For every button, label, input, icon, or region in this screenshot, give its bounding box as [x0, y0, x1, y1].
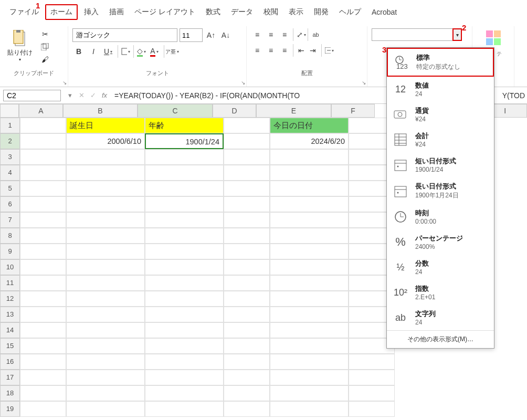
cell-r9-c0[interactable]: [20, 244, 66, 259]
col-header-e[interactable]: E: [256, 104, 331, 118]
clipboard-dialog-launcher[interactable]: ↘: [62, 80, 67, 86]
cell-r6-c4[interactable]: [270, 196, 349, 212]
cell-a1[interactable]: [20, 118, 66, 133]
cell-r12-c2[interactable]: [145, 291, 224, 307]
fx-icon[interactable]: fx: [99, 91, 110, 99]
cell-r6-c0[interactable]: [20, 196, 66, 212]
format-scientific[interactable]: 10² 指数2.E+01: [387, 280, 494, 305]
decrease-indent-icon[interactable]: ⇤: [293, 44, 305, 57]
format-text[interactable]: ab 文字列24: [387, 305, 494, 330]
font-dialog-launcher[interactable]: ↘: [241, 80, 245, 86]
cell-r10-c4[interactable]: [270, 259, 349, 275]
menu-data[interactable]: データ: [227, 5, 257, 19]
cell-r11-c0[interactable]: [20, 275, 66, 291]
copy-icon[interactable]: [40, 42, 50, 51]
row-header-4[interactable]: 4: [0, 165, 20, 181]
cell-r17-c1[interactable]: [66, 370, 145, 385]
cell-r14-c3[interactable]: [224, 322, 270, 338]
cell-r9-c4[interactable]: [270, 244, 349, 259]
cell-r7-c2[interactable]: [145, 212, 224, 228]
cell-r19-c3[interactable]: [224, 401, 270, 417]
cell-e2[interactable]: 2024/6/20: [270, 133, 349, 149]
format-general[interactable]: 123 標準特定の形式なし: [387, 48, 494, 77]
cell-r10-c0[interactable]: [20, 259, 66, 275]
cell-r3-c1[interactable]: [66, 149, 145, 165]
cell-r17-c5[interactable]: [349, 370, 395, 385]
cell-r18-c1[interactable]: [66, 385, 145, 401]
alignment-dialog-launcher[interactable]: ↘: [362, 80, 366, 86]
cell-r11-c3[interactable]: [224, 275, 270, 291]
name-box-dropdown[interactable]: ▾: [64, 91, 76, 99]
row-header-14[interactable]: 14: [0, 322, 20, 338]
cell-r15-c4[interactable]: [270, 338, 349, 354]
increase-font-icon[interactable]: A↑: [205, 29, 217, 41]
cell-r17-c4[interactable]: [270, 370, 349, 385]
format-number[interactable]: 12 数値24: [387, 77, 494, 102]
cell-r13-c1[interactable]: [66, 307, 145, 322]
cell-r14-c4[interactable]: [270, 322, 349, 338]
underline-button[interactable]: U: [102, 45, 114, 58]
row-header-9[interactable]: 9: [0, 244, 20, 259]
cell-r18-c2[interactable]: [145, 385, 224, 401]
bold-button[interactable]: B: [72, 45, 85, 58]
cell-a2[interactable]: [20, 133, 66, 149]
align-middle-icon[interactable]: ≡: [265, 28, 277, 41]
cell-r3-c3[interactable]: [224, 149, 270, 165]
cell-r18-c4[interactable]: [270, 385, 349, 401]
row-header-18[interactable]: 18: [0, 385, 20, 401]
cell-r5-c0[interactable]: [20, 181, 66, 196]
align-right-icon[interactable]: ≡: [278, 44, 291, 57]
cell-r8-c1[interactable]: [66, 228, 145, 244]
format-painter-icon[interactable]: 🖌: [40, 55, 50, 64]
cell-r8-c2[interactable]: [145, 228, 224, 244]
cell-r15-c1[interactable]: [66, 338, 145, 354]
cell-r14-c0[interactable]: [20, 322, 66, 338]
cell-r11-c4[interactable]: [270, 275, 349, 291]
cell-r3-c2[interactable]: [145, 149, 224, 165]
name-box[interactable]: [3, 90, 61, 101]
cell-r14-c2[interactable]: [145, 322, 224, 338]
row-header-16[interactable]: 16: [0, 354, 20, 370]
select-all-corner[interactable]: [0, 104, 19, 118]
menu-view[interactable]: 表示: [284, 5, 308, 19]
cell-b1[interactable]: 誕生日: [66, 118, 145, 133]
cell-d2[interactable]: [224, 133, 270, 149]
cell-r9-c1[interactable]: [66, 244, 145, 259]
col-header-f[interactable]: F: [331, 104, 375, 118]
cell-r13-c3[interactable]: [224, 307, 270, 322]
align-bottom-icon[interactable]: ≡: [278, 28, 291, 41]
row-header-1[interactable]: 1: [0, 118, 20, 133]
cell-d1[interactable]: [224, 118, 270, 133]
row-header-8[interactable]: 8: [0, 228, 20, 244]
cell-e1[interactable]: 今日の日付: [270, 118, 349, 133]
cell-r11-c1[interactable]: [66, 275, 145, 291]
cell-r3-c4[interactable]: [270, 149, 349, 165]
cell-r16-c0[interactable]: [20, 354, 66, 370]
cell-r6-c1[interactable]: [66, 196, 145, 212]
cell-r13-c0[interactable]: [20, 307, 66, 322]
cell-r8-c3[interactable]: [224, 228, 270, 244]
cell-r17-c0[interactable]: [20, 370, 66, 385]
cell-r16-c1[interactable]: [66, 354, 145, 370]
format-more[interactable]: その他の表示形式(M)…: [387, 330, 494, 348]
row-header-13[interactable]: 13: [0, 307, 20, 322]
cell-r18-c3[interactable]: [224, 385, 270, 401]
align-left-icon[interactable]: ≡: [251, 44, 264, 57]
align-top-icon[interactable]: ≡: [251, 28, 264, 41]
cell-r5-c3[interactable]: [224, 181, 270, 196]
cell-r19-c0[interactable]: [20, 401, 66, 417]
cell-r8-c4[interactable]: [270, 228, 349, 244]
cell-b2[interactable]: 2000/6/10: [66, 133, 145, 149]
accept-formula-icon[interactable]: ✓: [87, 91, 99, 99]
cell-r7-c3[interactable]: [224, 212, 270, 228]
cell-r14-c1[interactable]: [66, 322, 145, 338]
cell-r5-c4[interactable]: [270, 181, 349, 196]
phonetic-guide-button[interactable]: ア亜: [164, 45, 176, 58]
format-long-date[interactable]: 長い日付形式1900年1月24日: [387, 177, 494, 204]
cell-r7-c4[interactable]: [270, 212, 349, 228]
cell-r9-c3[interactable]: [224, 244, 270, 259]
cell-r10-c3[interactable]: [224, 259, 270, 275]
number-format-dropdown-button[interactable]: ▾: [452, 28, 462, 41]
cell-r18-c0[interactable]: [20, 385, 66, 401]
cell-r19-c1[interactable]: [66, 401, 145, 417]
